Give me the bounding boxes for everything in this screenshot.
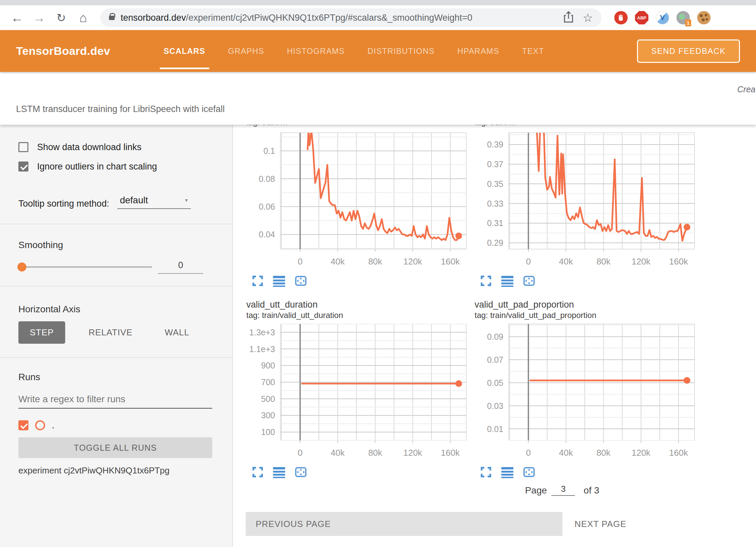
svg-text:100: 100 xyxy=(261,427,275,437)
browser-chrome: ← → ↻ ⌂ tensorboard.dev/experiment/cj2vt… xyxy=(0,0,756,30)
home-icon[interactable]: ⌂ xyxy=(74,8,93,27)
share-icon[interactable] xyxy=(563,11,574,25)
app-header: TensorBoard.dev SCALARS GRAPHS HISTOGRAM… xyxy=(0,30,756,72)
svg-text:40k: 40k xyxy=(559,256,573,266)
chart-tag: tag: train/valid_utt_pad_proportion xyxy=(475,311,700,320)
svg-text:40k: 40k xyxy=(559,448,573,458)
reload-icon[interactable]: ↻ xyxy=(51,8,71,27)
chart-canvas-valid-utt-pad-proportion[interactable]: 0.010.030.050.070.09040k80k120k160k xyxy=(471,321,700,460)
run-filter-input[interactable]: Write a regex to filter runs xyxy=(18,394,212,409)
run-checkbox-checked-icon[interactable] xyxy=(18,420,28,430)
show-download-links-row[interactable]: Show data download links xyxy=(18,141,212,153)
fullscreen-icon[interactable] xyxy=(480,466,492,478)
svg-text:40k: 40k xyxy=(331,448,345,458)
v-extension-icon[interactable]: V xyxy=(656,11,669,24)
svg-text:0: 0 xyxy=(298,256,302,266)
send-feedback-button[interactable]: SEND FEEDBACK xyxy=(637,39,740,63)
charts-panel: tag: train/… tag: train/… 0.040.060.080.… xyxy=(233,125,756,547)
pagination: Page 3 of 3 xyxy=(333,484,756,496)
cookie-extension-icon[interactable] xyxy=(697,11,711,24)
svg-text:0.06: 0.06 xyxy=(259,202,275,211)
privacy-dot xyxy=(679,14,685,20)
chart-canvas-top-right[interactable]: 0.290.310.330.350.370.39040k80k120k160k xyxy=(471,130,700,269)
svg-text:0.31: 0.31 xyxy=(487,218,503,228)
bookmark-star-icon[interactable]: ☆ xyxy=(583,11,593,24)
fullscreen-icon[interactable] xyxy=(480,275,492,287)
fit-domain-icon[interactable] xyxy=(523,466,535,478)
experiment-title: LSTM transducer training for LibriSpeech… xyxy=(16,104,225,114)
tab-histograms[interactable]: HISTOGRAMS xyxy=(287,30,345,72)
tab-graphs[interactable]: GRAPHS xyxy=(228,30,264,72)
run-row[interactable]: . xyxy=(18,419,212,432)
expand-lines-icon[interactable] xyxy=(501,275,513,287)
svg-text:300: 300 xyxy=(261,411,275,420)
svg-text:0.39: 0.39 xyxy=(487,140,503,149)
svg-text:0.1: 0.1 xyxy=(263,146,275,155)
chart-canvas-valid-utt-duration[interactable]: 1003005007009001.1e+31.3e+3040k80k120k16… xyxy=(243,321,471,460)
checkbox-checked-icon[interactable] xyxy=(18,161,28,172)
svg-text:0.37: 0.37 xyxy=(487,159,503,169)
horizontal-axis-label: Horizontal Axis xyxy=(18,304,212,315)
back-icon[interactable]: ← xyxy=(7,8,27,27)
expand-lines-icon[interactable] xyxy=(273,466,285,478)
chart-card-valid-utt-duration: valid_utt_duration tag: train/valid_utt_… xyxy=(243,288,471,479)
nav-tabs: SCALARS GRAPHS HISTOGRAMS DISTRIBUTIONS … xyxy=(164,30,544,72)
tab-hparams[interactable]: HPARAMS xyxy=(457,30,499,72)
fit-domain-icon[interactable] xyxy=(523,275,535,287)
tooltip-sorting-select[interactable]: default ▼ xyxy=(117,195,191,209)
svg-text:1.1e+3: 1.1e+3 xyxy=(249,344,275,354)
svg-text:80k: 80k xyxy=(368,448,383,458)
abp-extension-icon[interactable]: ABP xyxy=(635,11,648,24)
chart-tag: tag: train/valid_utt_duration xyxy=(246,311,471,320)
svg-text:0.29: 0.29 xyxy=(487,238,503,247)
svg-text:0: 0 xyxy=(526,448,531,458)
url-bar[interactable]: tensorboard.dev/experiment/cj2vtPiwQHKN9… xyxy=(100,8,602,27)
chart-canvas-top-left[interactable]: 0.040.060.080.1040k80k120k160k xyxy=(243,130,471,269)
toggle-all-runs-button[interactable]: TOGGLE ALL RUNS xyxy=(18,437,212,458)
fit-domain-icon[interactable] xyxy=(294,275,307,287)
axis-wall-button[interactable]: WALL xyxy=(156,321,198,344)
svg-text:0.35: 0.35 xyxy=(487,179,503,189)
privacy-extension-icon[interactable]: 1 xyxy=(676,11,690,24)
runs-label: Runs xyxy=(18,372,212,382)
fit-domain-icon[interactable] xyxy=(294,466,307,478)
smoothing-slider[interactable] xyxy=(18,266,152,268)
svg-text:120k: 120k xyxy=(632,448,651,458)
adblock-hand-icon[interactable] xyxy=(614,11,628,24)
tensorboard-logo[interactable]: TensorBoard.dev xyxy=(16,44,110,58)
svg-text:160k: 160k xyxy=(441,256,460,266)
slider-thumb[interactable] xyxy=(17,262,26,271)
svg-text:0.33: 0.33 xyxy=(487,199,503,208)
previous-page-button[interactable]: PREVIOUS PAGE xyxy=(246,512,562,536)
fullscreen-icon[interactable] xyxy=(252,466,264,478)
extension-badge: 1 xyxy=(685,19,691,26)
fullscreen-icon[interactable] xyxy=(252,275,264,287)
expand-lines-icon[interactable] xyxy=(273,275,285,287)
url-text[interactable]: tensorboard.dev/experiment/cj2vtPiwQHKN9… xyxy=(121,13,558,23)
svg-text:80k: 80k xyxy=(597,256,611,266)
checkbox-unchecked-icon[interactable] xyxy=(18,142,28,152)
tab-text[interactable]: TEXT xyxy=(522,30,544,72)
axis-relative-button[interactable]: RELATIVE xyxy=(80,321,141,344)
svg-text:0.07: 0.07 xyxy=(487,355,503,364)
forward-icon[interactable]: → xyxy=(29,8,49,27)
chart-card-valid-utt-pad-proportion: valid_utt_pad_proportion tag: train/vali… xyxy=(471,288,700,479)
svg-text:0.03: 0.03 xyxy=(487,401,503,411)
axis-step-button[interactable]: STEP xyxy=(18,321,65,344)
run-color-swatch-icon xyxy=(35,420,45,430)
tab-distributions[interactable]: DISTRIBUTIONS xyxy=(368,30,435,72)
expand-lines-icon[interactable] xyxy=(501,466,513,478)
svg-text:0: 0 xyxy=(526,256,531,266)
checkbox-label: Show data download links xyxy=(37,142,141,152)
smoothing-value-input[interactable]: 0 xyxy=(158,260,203,274)
next-page-button[interactable]: NEXT PAGE xyxy=(575,519,626,529)
svg-text:0.04: 0.04 xyxy=(259,230,275,239)
subheader: LSTM transducer training for LibriSpeech… xyxy=(0,72,756,125)
svg-text:0.01: 0.01 xyxy=(487,424,503,434)
svg-text:1.3e+3: 1.3e+3 xyxy=(249,328,275,337)
tab-scalars[interactable]: SCALARS xyxy=(164,30,205,72)
page-number-input[interactable]: 3 xyxy=(551,484,575,496)
ignore-outliers-row[interactable]: Ignore outliers in chart scaling xyxy=(18,161,212,172)
browser-toolbar: ← → ↻ ⌂ tensorboard.dev/experiment/cj2vt… xyxy=(0,5,756,30)
svg-text:80k: 80k xyxy=(597,448,611,458)
